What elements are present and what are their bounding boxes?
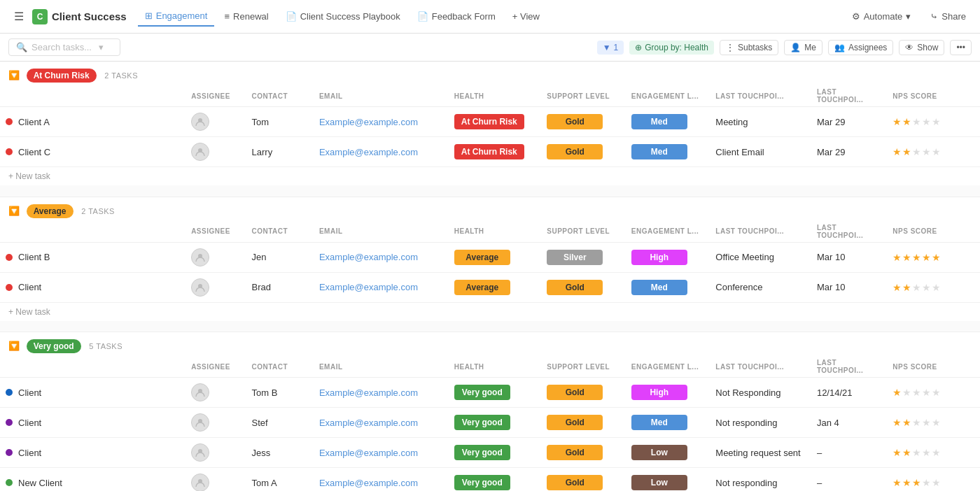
- search-dropdown-icon[interactable]: ▾: [99, 42, 104, 52]
- section-header-average: 🔽 Average 2 TASKS: [0, 197, 980, 221]
- col-header-5: ENGAGEMENT L...: [626, 221, 710, 243]
- task-cell[interactable]: Client C: [0, 137, 186, 167]
- section-toggle-churn_risk[interactable]: 🔽: [8, 70, 20, 80]
- star: ★: [922, 282, 931, 293]
- nps-cell: ★★★★★: [887, 137, 980, 167]
- person-icon: 👤: [790, 43, 801, 52]
- avatar: [191, 474, 209, 491]
- subtasks-button[interactable]: ⋮ Subtasks: [720, 40, 778, 55]
- new-task-row-average[interactable]: + New task: [0, 302, 980, 321]
- tab-feedback[interactable]: 📄 Feedback Form: [410, 7, 503, 26]
- assignee-cell: [186, 468, 246, 492]
- task-dot: [6, 284, 13, 291]
- star: ★: [892, 387, 902, 398]
- hamburger-icon[interactable]: ☰: [8, 7, 29, 26]
- contact-cell: Tom B: [246, 378, 314, 408]
- section-toggle-very_good[interactable]: 🔽: [8, 341, 20, 351]
- contact-cell: Jess: [246, 438, 314, 468]
- nps-cell: ★★★★★: [887, 468, 980, 492]
- assignee-cell: [186, 408, 246, 438]
- nps-stars: ★★★★★: [892, 146, 974, 157]
- col-header-1: CONTACT: [246, 221, 314, 243]
- star: ★: [892, 146, 902, 157]
- me-button[interactable]: 👤 Me: [784, 40, 822, 55]
- star: ★: [912, 252, 921, 263]
- tab-playbook[interactable]: 📄 Client Success Playbook: [279, 7, 407, 26]
- assignee-cell: [186, 242, 246, 272]
- task-cell[interactable]: Client: [0, 378, 186, 408]
- tab-add-view[interactable]: + View: [505, 7, 547, 26]
- health-cell: Very good: [449, 378, 542, 408]
- col-header-5: ENGAGEMENT L...: [626, 85, 710, 107]
- health-badge: At Churn Risk: [454, 144, 524, 159]
- task-cell[interactable]: Client: [0, 408, 186, 438]
- engagement-badge: High: [631, 385, 687, 400]
- star: ★: [892, 477, 902, 488]
- tab-engagement[interactable]: ⊞ Engagement: [138, 6, 215, 27]
- task-count-very_good: 5 TASKS: [89, 342, 122, 350]
- star: ★: [912, 116, 921, 127]
- table-row: Client C Larry Example@example.com At Ch…: [0, 137, 980, 167]
- health-cell: Very good: [449, 468, 542, 492]
- task-cell[interactable]: Client B: [0, 242, 186, 272]
- star: ★: [902, 282, 911, 293]
- touchpoint2-cell: –: [811, 468, 887, 492]
- task-name: Client: [18, 418, 41, 428]
- col-header-4: SUPPORT LEVEL: [541, 85, 626, 107]
- share-button[interactable]: ⤷ Share: [925, 8, 972, 24]
- task-cell[interactable]: Client: [0, 272, 186, 302]
- engagement-cell: Med: [626, 107, 710, 137]
- section-badge-very_good: Very good: [27, 339, 81, 353]
- engagement-badge: Med: [631, 415, 687, 430]
- support-cell: Gold: [541, 137, 626, 167]
- renewal-tab-icon: ≡: [224, 11, 230, 22]
- task-cell[interactable]: New Client: [0, 468, 186, 492]
- tab-renewal[interactable]: ≡ Renewal: [217, 7, 275, 26]
- more-options-button[interactable]: •••: [950, 40, 972, 55]
- support-badge: Silver: [547, 250, 603, 265]
- task-name: Client: [18, 282, 41, 292]
- star: ★: [922, 146, 931, 157]
- engagement-badge: Med: [631, 114, 687, 129]
- filter-icon: ▼: [603, 43, 611, 52]
- star: ★: [902, 447, 911, 458]
- support-cell: Gold: [541, 378, 626, 408]
- col-header-row-average: ASSIGNEECONTACTEMAILHEALTHSUPPORT LEVELE…: [0, 221, 980, 243]
- star: ★: [932, 146, 941, 157]
- nps-cell: ★★★★★: [887, 378, 980, 408]
- avatar: [191, 248, 209, 266]
- new-task-label[interactable]: + New task: [0, 302, 980, 321]
- col-header-1: CONTACT: [246, 85, 314, 107]
- new-task-row-churn_risk[interactable]: + New task: [0, 167, 980, 186]
- engagement-cell: High: [626, 242, 710, 272]
- assignees-button[interactable]: 👥 Assignees: [828, 40, 893, 55]
- nps-stars: ★★★★★: [892, 282, 974, 293]
- star: ★: [912, 477, 921, 488]
- touchpoint1-cell: Office Meeting: [710, 242, 811, 272]
- health-badge: Very good: [454, 385, 510, 400]
- show-button[interactable]: 👁 Show: [899, 40, 944, 55]
- table-row: Client Brad Example@example.com Average …: [0, 272, 980, 302]
- touchpoint1-cell: Meeting request sent: [710, 438, 811, 468]
- task-name: Client: [18, 387, 41, 398]
- filter-button[interactable]: ▼ 1: [597, 41, 624, 55]
- email-cell: Example@example.com: [314, 408, 449, 438]
- group-by-button[interactable]: ⊕ Group by: Health: [629, 41, 714, 55]
- task-cell[interactable]: Client: [0, 438, 186, 468]
- touchpoint2-cell: Jan 4: [811, 408, 887, 438]
- toolbar: 🔍 Search tasks... ▾ ▼ 1 ⊕ Group by: Heal…: [0, 34, 980, 62]
- star: ★: [902, 387, 911, 398]
- toolbar-right: ▼ 1 ⊕ Group by: Health ⋮ Subtasks 👤 Me 👥…: [597, 40, 972, 55]
- task-name: Client A: [18, 117, 50, 127]
- automate-button[interactable]: ⚙ Automate ▾: [846, 8, 917, 24]
- col-header-row-very_good: ASSIGNEECONTACTEMAILHEALTHSUPPORT LEVELE…: [0, 356, 980, 378]
- nps-cell: ★★★★★: [887, 272, 980, 302]
- col-header-3: HEALTH: [449, 221, 542, 243]
- nps-cell: ★★★★★: [887, 438, 980, 468]
- section-toggle-average[interactable]: 🔽: [8, 206, 20, 216]
- new-task-label[interactable]: + New task: [0, 167, 980, 186]
- col-header-row-churn_risk: ASSIGNEECONTACTEMAILHEALTHSUPPORT LEVELE…: [0, 85, 980, 107]
- star: ★: [922, 387, 931, 398]
- search-box[interactable]: 🔍 Search tasks... ▾: [8, 38, 120, 56]
- task-cell[interactable]: Client A: [0, 107, 186, 137]
